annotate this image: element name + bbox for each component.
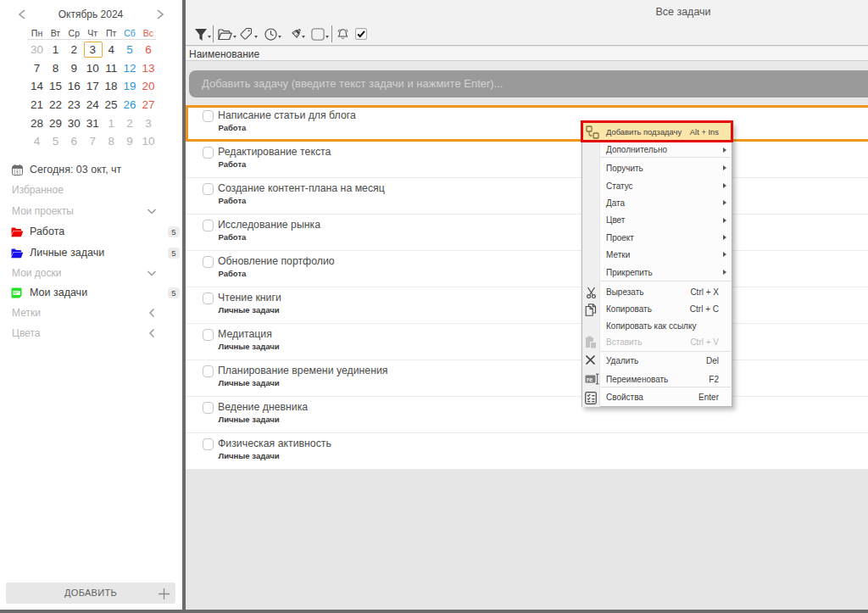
svg-text:re: re: [587, 376, 593, 383]
